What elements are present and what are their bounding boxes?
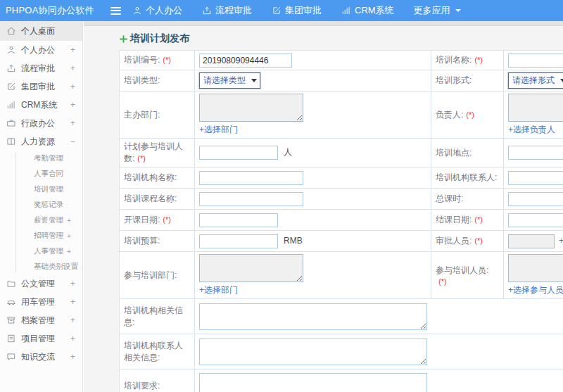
sidebar-item[interactable]: 个人办公+ <box>0 41 82 59</box>
course-name-input[interactable] <box>199 192 303 206</box>
sidebar-item[interactable]: 人力资源− <box>0 132 82 151</box>
approver-input[interactable] <box>508 234 555 248</box>
participants-textarea[interactable] <box>508 254 563 282</box>
link-row: +选择负责人 <box>508 124 563 136</box>
sidebar-sub-item-label: 招聘管理 <box>34 231 63 241</box>
required-marker: (*) <box>466 110 474 119</box>
form-label-cell: 培训机构联系人相关信息: <box>120 334 195 369</box>
sidebar-item[interactable]: 知识交流+ <box>0 348 82 366</box>
form-row: 培训机构联系人相关信息: <box>120 334 563 369</box>
select-department-link[interactable]: +选择部门 <box>199 125 238 134</box>
form-row: 计划参与培训人数:(*)人培训地点: <box>120 139 563 167</box>
form-label-cell: 培训要求: <box>120 369 195 392</box>
planned-participants-input[interactable] <box>199 146 278 160</box>
form-label: 结课日期: <box>436 215 472 225</box>
sidebar-item[interactable]: 用车管理+ <box>0 293 82 311</box>
form-field-cell <box>195 210 431 231</box>
top-nav: 个人办公流程审批集团审批CRM系统更多应用 <box>132 4 461 17</box>
sidebar-sub-item[interactable]: 培训管理 <box>0 182 82 197</box>
top-nav-item[interactable]: 更多应用 <box>414 4 461 17</box>
person-icon <box>6 45 16 55</box>
sidebar-item-label: 人力资源 <box>21 136 55 148</box>
sidebar-item-label: 项目管理 <box>21 333 55 345</box>
form-label-cell: 开课日期:(*) <box>120 210 195 231</box>
sidebar-item[interactable]: 流程审批+ <box>0 59 82 77</box>
form-field-cell <box>195 189 431 210</box>
sidebar-item[interactable]: 公文管理+ <box>0 274 82 293</box>
form-row: 培训编号:(*)培训名称:(*) <box>120 51 563 70</box>
sidebar-item[interactable]: 项目管理+ <box>0 329 82 348</box>
host-department-textarea[interactable] <box>199 94 303 122</box>
top-nav-item[interactable]: 个人办公 <box>132 4 182 17</box>
participating-departments-textarea[interactable] <box>199 254 303 282</box>
start-date-input[interactable] <box>199 213 278 227</box>
sidebar-sub-item[interactable]: 基础类别设置+ <box>0 259 82 274</box>
select-approver-link[interactable]: +选择审批人员 <box>559 236 563 246</box>
sidebar-submenu: 考勤管理人事合同培训管理奖惩记录薪资管理+招聘管理+人事管理+基础类别设置+ <box>0 151 82 274</box>
sidebar-sub-item[interactable]: 薪资管理+ <box>0 213 82 228</box>
top-nav-item[interactable]: CRM系统 <box>341 4 394 17</box>
sidebar-item[interactable]: CRM系统+ <box>0 96 82 114</box>
project-icon <box>6 334 16 343</box>
sidebar-item[interactable]: 行政办公+ <box>0 114 82 132</box>
sidebar-item[interactable]: 个人桌面 <box>0 21 82 41</box>
expand-plus-icon: + <box>82 263 83 271</box>
select-participants-link[interactable]: +选择参与人员 <box>508 285 563 295</box>
top-nav-item[interactable]: 集团审批 <box>272 4 322 17</box>
expand-plus-icon: + <box>67 247 71 255</box>
sidebar-item-label: 行政办公 <box>21 118 55 129</box>
form-field-cell <box>504 167 563 189</box>
sidebar-sub-item-label: 奖惩记录 <box>34 200 63 210</box>
sidebar-item-label: CRM系统 <box>21 99 57 111</box>
top-nav-item[interactable]: 流程审批 <box>202 4 252 17</box>
org-name-input[interactable] <box>199 171 303 185</box>
sidebar-sub-item[interactable]: 奖惩记录 <box>0 197 82 213</box>
end-date-input[interactable] <box>508 213 563 227</box>
training-form-select[interactable]: 请选择形式 <box>508 72 563 89</box>
total-hours-input[interactable] <box>508 192 563 206</box>
select-leader-link[interactable]: +选择负责人 <box>508 125 555 134</box>
form-field-cell: +选择部门 <box>195 91 431 139</box>
sidebar-sub-item[interactable]: 考勤管理 <box>0 151 82 166</box>
training-requirements-textarea[interactable] <box>199 373 427 392</box>
top-nav-label: 个人办公 <box>146 4 182 17</box>
training-type-select[interactable]: 请选择类型 <box>199 72 260 89</box>
sidebar-sub-item[interactable]: 人事管理+ <box>0 244 82 259</box>
top-nav-label: 更多应用 <box>414 4 450 17</box>
form-label: 培训机构名称: <box>124 172 177 182</box>
person-icon <box>132 6 142 15</box>
form-label-cell: 培训类型: <box>120 70 195 91</box>
top-nav-label: 流程审批 <box>215 4 252 17</box>
form-label: 计划参与培训人数: <box>124 141 183 163</box>
sidebar-sub-item[interactable]: 招聘管理+ <box>0 228 82 244</box>
form-label-cell: 培训地点: <box>431 139 504 167</box>
archive-icon <box>6 315 16 325</box>
org-contact-info-textarea[interactable] <box>199 339 427 365</box>
sidebar-item-label: 用车管理 <box>21 296 55 308</box>
form-field-cell: 人 <box>195 139 431 167</box>
budget-input[interactable] <box>199 234 278 248</box>
group-approval-icon <box>272 6 282 15</box>
sidebar-item-label: 个人办公 <box>21 44 55 56</box>
form-label: 培训课程名称: <box>124 194 177 203</box>
training-name-input[interactable] <box>508 53 563 68</box>
sidebar-item[interactable]: 档案管理+ <box>0 311 82 329</box>
form-field-cell <box>195 299 563 334</box>
training-number-input[interactable] <box>199 53 292 68</box>
form-row: 培训机构相关信息: <box>120 299 563 334</box>
org-contact-input[interactable] <box>508 171 563 185</box>
form-wrapper: 培训编号:(*)培训名称:(*)培训类型:请选择类型培训形式:请选择形式主办部门… <box>119 50 563 392</box>
sidebar-sub-item-label: 培训管理 <box>34 184 63 194</box>
leader-textarea[interactable] <box>508 94 563 122</box>
required-marker: (*) <box>438 277 447 286</box>
required-marker: (*) <box>137 154 146 163</box>
sidebar-item[interactable]: 集团审批+ <box>0 77 82 96</box>
training-location-input[interactable] <box>508 146 563 160</box>
select-department-link[interactable]: +选择部门 <box>199 285 238 295</box>
hamburger-icon[interactable] <box>106 0 125 21</box>
form-label-cell: 培训机构相关信息: <box>120 299 195 334</box>
expand-plus-icon: + <box>70 118 75 128</box>
org-info-textarea[interactable] <box>199 303 427 330</box>
expand-plus-icon: + <box>70 100 75 110</box>
sidebar-sub-item[interactable]: 人事合同 <box>0 166 82 182</box>
